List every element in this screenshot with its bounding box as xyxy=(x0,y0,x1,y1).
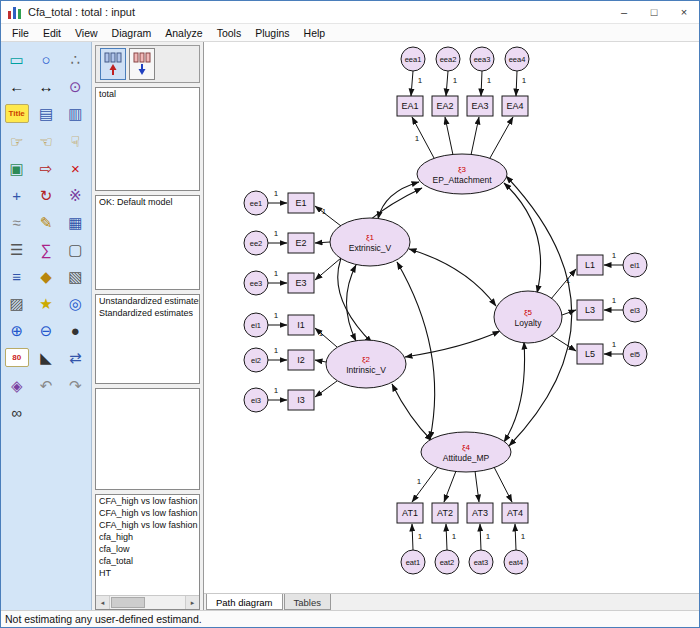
file-item[interactable]: cfa_low xyxy=(96,543,199,555)
path-arrow[interactable] xyxy=(494,467,512,502)
menu-item-help[interactable]: Help xyxy=(297,27,333,39)
path-arrow[interactable] xyxy=(551,269,576,299)
path-arrow[interactable] xyxy=(411,71,413,96)
save-diagram-icon[interactable]: ◆ xyxy=(31,264,60,288)
horizontal-scrollbar[interactable]: ◂ ▸ xyxy=(96,595,199,609)
path-arrow[interactable] xyxy=(315,242,330,243)
model-item[interactable]: OK: Default model xyxy=(96,196,199,208)
file-item[interactable]: CFA_high vs low fashion innov xyxy=(96,519,199,531)
path-arrow[interactable] xyxy=(315,258,341,280)
estimate-format-item[interactable]: Unstandardized estimates xyxy=(96,295,199,307)
draw-unobserved-icon[interactable]: ○ xyxy=(31,47,60,71)
multiple-group-icon[interactable]: ⇄ xyxy=(61,345,90,369)
scrollbar-track[interactable] xyxy=(110,596,185,609)
zoom-page-icon[interactable]: ● xyxy=(61,318,90,342)
group-item[interactable]: total xyxy=(96,88,199,100)
text-output-icon[interactable]: ≡ xyxy=(2,264,31,288)
draw-observed-icon[interactable]: ▭ xyxy=(2,47,31,71)
tab-path-diagram[interactable]: Path diagram xyxy=(206,594,283,610)
menu-item-file[interactable]: File xyxy=(5,27,36,39)
move-parameter-icon[interactable]: + xyxy=(2,183,31,207)
scroll-right-icon[interactable]: ▸ xyxy=(185,596,199,609)
path-diagram-canvas[interactable]: ξ3EP_Attachmentξ1Extrinsic_Vξ2Intrinsic_… xyxy=(204,42,699,594)
magnify-icon[interactable]: 80 xyxy=(5,348,29,367)
path-arrow[interactable] xyxy=(446,71,448,96)
specification-search-icon[interactable]: ∞ xyxy=(2,400,31,424)
path-arrow[interactable] xyxy=(481,71,482,96)
tab-tables[interactable]: Tables xyxy=(284,594,331,610)
draw-unique-variable-icon[interactable]: ⊙ xyxy=(61,74,90,98)
menu-item-plugins[interactable]: Plugins xyxy=(248,27,296,39)
path-arrow[interactable] xyxy=(412,524,413,550)
variables-in-model-icon[interactable]: ▤ xyxy=(31,101,60,125)
analysis-properties-icon[interactable]: ☰ xyxy=(2,237,31,261)
data-files-icon[interactable]: ▦ xyxy=(61,210,90,234)
clipboard-icon[interactable]: ▢ xyxy=(61,237,90,261)
path-arrow[interactable] xyxy=(480,524,481,550)
latent-Extrinsic_V[interactable] xyxy=(330,218,410,266)
draw-path-icon[interactable]: ← xyxy=(2,74,31,98)
covariance-arrow[interactable] xyxy=(392,384,432,441)
zoom-select-icon[interactable]: ◎ xyxy=(61,291,90,315)
select-all-icon[interactable]: ☜ xyxy=(31,129,60,153)
erase-icon[interactable]: × xyxy=(61,156,90,180)
draw-indicator-icon[interactable]: ∴ xyxy=(61,47,90,71)
print-icon[interactable]: ◈ xyxy=(2,373,31,397)
path-arrow[interactable] xyxy=(445,117,453,155)
close-button[interactable]: × xyxy=(669,1,699,23)
undo-icon[interactable]: ↶ xyxy=(31,373,60,397)
latent-Intrinsic_V[interactable] xyxy=(326,340,406,388)
reflect-indicators-icon[interactable]: ※ xyxy=(61,183,90,207)
file-item[interactable]: CFA_high vs low fashion innov xyxy=(96,495,199,507)
scrollbar-thumb[interactable] xyxy=(111,597,145,608)
maximize-button[interactable]: □ xyxy=(639,1,669,23)
zoom-out-icon[interactable]: ⊖ xyxy=(31,318,60,342)
deselect-all-icon[interactable]: ☟ xyxy=(61,129,90,153)
covariance-arrow[interactable] xyxy=(405,331,500,357)
latent-Attitude_MP[interactable] xyxy=(421,432,511,472)
menu-item-analyze[interactable]: Analyze xyxy=(158,27,209,39)
menu-item-diagram[interactable]: Diagram xyxy=(105,27,159,39)
path-arrow[interactable] xyxy=(315,381,337,397)
latent-EP_Attachment[interactable] xyxy=(417,154,507,194)
path-arrow[interactable] xyxy=(475,471,479,502)
covariance-arrow[interactable] xyxy=(504,183,541,293)
covariance-arrow[interactable] xyxy=(504,342,525,442)
path-arrow[interactable] xyxy=(490,117,513,158)
path-arrow[interactable] xyxy=(444,471,456,502)
preserve-symmetries-icon[interactable]: ★ xyxy=(31,291,60,315)
covariance-arrow[interactable] xyxy=(347,265,357,341)
figure-title-icon[interactable]: Title xyxy=(5,104,29,123)
path-arrow[interactable] xyxy=(516,71,517,96)
view-output-diagram-button[interactable] xyxy=(129,48,155,80)
scroll-page-icon[interactable]: ◣ xyxy=(31,345,60,369)
path-arrow[interactable] xyxy=(315,206,341,226)
path-arrow[interactable] xyxy=(315,360,326,362)
move-icon[interactable]: ⇨ xyxy=(31,156,60,180)
redo-icon[interactable]: ↷ xyxy=(61,373,90,397)
file-item[interactable]: HT xyxy=(96,567,199,579)
menu-item-view[interactable]: View xyxy=(68,27,105,39)
scroll-icon[interactable]: ≈ xyxy=(2,210,31,234)
duplicate-icon[interactable]: ▣ xyxy=(2,156,31,180)
covariance-arrow[interactable] xyxy=(409,249,496,306)
drag-properties-icon[interactable]: ▨ xyxy=(2,291,31,315)
path-arrow[interactable] xyxy=(471,117,479,155)
scroll-left-icon[interactable]: ◂ xyxy=(96,596,110,609)
menu-item-tools[interactable]: Tools xyxy=(210,27,249,39)
path-arrow[interactable] xyxy=(515,524,516,550)
covariance-arrow[interactable] xyxy=(397,262,435,439)
zoom-in-icon[interactable]: ⊕ xyxy=(2,318,31,342)
calculate-estimates-icon[interactable]: ∑ xyxy=(31,237,60,261)
touch-up-icon[interactable]: ✎ xyxy=(31,210,60,234)
minimize-button[interactable]: – xyxy=(609,1,639,23)
estimate-format-item[interactable]: Standardized estimates xyxy=(96,307,199,319)
file-item[interactable]: cfa_high xyxy=(96,531,199,543)
variables-in-dataset-icon[interactable]: ▥ xyxy=(61,101,90,125)
object-properties-icon[interactable]: ▧ xyxy=(61,264,90,288)
path-arrow[interactable] xyxy=(551,335,576,351)
view-input-diagram-button[interactable] xyxy=(100,48,126,80)
menu-item-edit[interactable]: Edit xyxy=(36,27,68,39)
file-item[interactable]: CFA_high vs low fashion innov xyxy=(96,507,199,519)
file-item[interactable]: cfa_total xyxy=(96,555,199,567)
